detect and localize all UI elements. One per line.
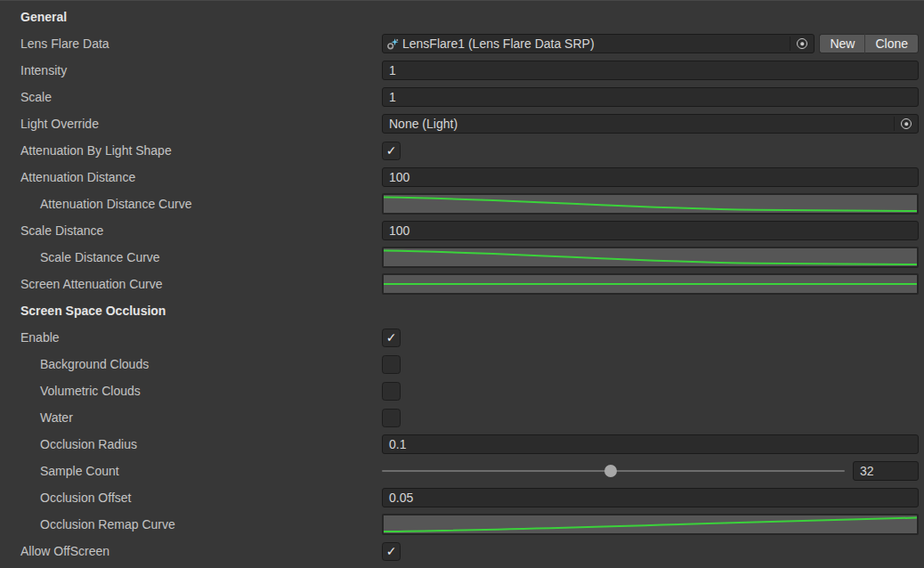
field-label-attenuation-distance: Attenuation Distance: [0, 170, 382, 184]
asset-icon-wrap: [386, 37, 400, 51]
field-label-scale-distance-curve: Scale Distance Curve: [0, 250, 382, 264]
row-attenuation-distance: Attenuation Distance100: [0, 164, 924, 191]
control-screen-attenuation-curve: [382, 271, 919, 297]
row-attenuation-distance-curve: Attenuation Distance Curve: [0, 191, 924, 217]
field-label-light-override: Light Override: [0, 117, 382, 131]
control-light-override: None (Light): [382, 110, 919, 137]
checkmark-icon: ✓: [386, 545, 397, 557]
checkbox-attenuation-by-light-shape[interactable]: ✓: [382, 142, 401, 160]
control-occlusion-remap-curve: [382, 511, 919, 538]
clone-button[interactable]: Clone: [864, 34, 919, 53]
row-light-override: Light OverrideNone (Light): [0, 110, 924, 137]
object-picker-icon: [901, 118, 912, 129]
row-scale-distance-curve: Scale Distance Curve: [0, 244, 924, 271]
row-allow-offscreen: Allow OffScreen✓: [0, 538, 924, 564]
text-input-intensity[interactable]: 1: [382, 61, 919, 80]
control-lens-flare-data: LensFlare1 (Lens Flare Data SRP)NewClone: [382, 30, 919, 57]
new-button[interactable]: New: [819, 34, 864, 53]
field-label-screen-attenuation-curve: Screen Attenuation Curve: [0, 277, 382, 291]
curve-preview-ease-up: [384, 515, 917, 533]
text-input-occlusion-radius[interactable]: 0.1: [382, 434, 919, 454]
slider-sample-count[interactable]: [382, 458, 845, 484]
text-input-occlusion-offset[interactable]: 0.05: [382, 488, 919, 507]
row-general: General: [0, 4, 924, 30]
control-attenuation-by-light-shape: ✓: [382, 137, 919, 164]
field-label-lens-flare-data: Lens Flare Data: [0, 37, 382, 51]
row-screen-space-occlusion: Screen Space Occlusion: [0, 297, 924, 324]
field-label-occlusion-radius: Occlusion Radius: [0, 437, 382, 451]
row-scale: Scale1: [0, 84, 924, 110]
field-label-scale-distance: Scale Distance: [0, 223, 382, 238]
object-field-lens-flare-data[interactable]: LensFlare1 (Lens Flare Data SRP): [382, 34, 815, 53]
object-picker-icon: [797, 38, 807, 49]
row-background-clouds: Background Clouds: [0, 351, 924, 377]
curve-preview-flat: [384, 275, 917, 293]
field-label-water: Water: [0, 410, 382, 425]
curve-field-attenuation-distance-curve[interactable]: [382, 193, 919, 215]
field-label-sample-count: Sample Count: [0, 464, 382, 478]
checkmark-icon: ✓: [386, 144, 397, 157]
object-field-value: None (Light): [389, 117, 894, 131]
row-enable: Enable✓: [0, 324, 924, 351]
object-picker-button-light-override[interactable]: [895, 115, 918, 133]
curve-field-occlusion-remap-curve[interactable]: [382, 514, 919, 535]
curve-field-scale-distance-curve[interactable]: [382, 247, 919, 268]
control-occlusion-radius: 0.1: [382, 431, 919, 458]
control-enable: ✓: [382, 324, 919, 351]
row-intensity: Intensity1: [0, 57, 924, 84]
object-field-light-override[interactable]: None (Light): [382, 114, 919, 134]
inspector-panel: GeneralLens Flare DataLensFlare1 (Lens F…: [0, 0, 924, 568]
control-scale: 1: [382, 84, 919, 110]
curve-preview-ease-down: [384, 248, 917, 266]
field-label-allow-offscreen: Allow OffScreen: [0, 544, 382, 558]
checkbox-allow-offscreen[interactable]: ✓: [382, 542, 401, 561]
slider-value-input-sample-count[interactable]: 32: [853, 461, 919, 481]
checkbox-volumetric-clouds[interactable]: [382, 382, 401, 401]
row-attenuation-by-light-shape: Attenuation By Light Shape✓: [0, 137, 924, 164]
field-label-enable: Enable: [0, 330, 382, 345]
control-attenuation-distance-curve: [382, 191, 919, 217]
field-label-attenuation-distance-curve: Attenuation Distance Curve: [0, 197, 382, 211]
control-water: [382, 404, 919, 431]
field-label-attenuation-by-light-shape: Attenuation By Light Shape: [0, 143, 382, 158]
checkmark-icon: ✓: [386, 331, 397, 344]
control-sample-count: 32: [382, 458, 919, 484]
text-input-attenuation-distance[interactable]: 100: [382, 167, 919, 187]
control-allow-offscreen: ✓: [382, 538, 919, 564]
field-label-background-clouds: Background Clouds: [0, 357, 382, 371]
control-attenuation-distance: 100: [382, 164, 919, 191]
text-input-scale[interactable]: 1: [382, 87, 919, 107]
section-header-general: General: [0, 10, 382, 24]
curve-preview-ease-down: [384, 195, 917, 213]
field-label-volumetric-clouds: Volumetric Clouds: [0, 384, 382, 398]
object-picker-button-lens-flare-data[interactable]: [790, 35, 814, 53]
control-background-clouds: [382, 351, 919, 377]
object-field-value: LensFlare1 (Lens Flare Data SRP): [402, 37, 790, 51]
field-label-occlusion-remap-curve: Occlusion Remap Curve: [0, 517, 382, 531]
checkbox-water[interactable]: [382, 409, 401, 427]
row-occlusion-remap-curve: Occlusion Remap Curve: [0, 511, 924, 538]
row-occlusion-offset: Occlusion Offset0.05: [0, 484, 924, 511]
section-header-screen-space-occlusion: Screen Space Occlusion: [0, 304, 382, 318]
field-label-intensity: Intensity: [0, 63, 382, 77]
checkbox-enable[interactable]: ✓: [382, 329, 401, 347]
field-label-scale: Scale: [0, 90, 382, 104]
checkbox-background-clouds[interactable]: [382, 355, 401, 374]
slider-handle[interactable]: [604, 465, 617, 477]
control-scale-distance-curve: [382, 244, 919, 271]
lens-flare-asset-icon: [386, 37, 400, 51]
control-scale-distance: 100: [382, 217, 919, 244]
row-sample-count: Sample Count32: [0, 458, 924, 484]
row-volumetric-clouds: Volumetric Clouds: [0, 377, 924, 404]
row-water: Water: [0, 404, 924, 431]
curve-field-screen-attenuation-curve[interactable]: [382, 273, 919, 295]
row-scale-distance: Scale Distance100: [0, 217, 924, 244]
control-occlusion-offset: 0.05: [382, 484, 919, 511]
control-intensity: 1: [382, 57, 919, 84]
field-label-occlusion-offset: Occlusion Offset: [0, 491, 382, 505]
row-occlusion-radius: Occlusion Radius0.1: [0, 431, 924, 458]
text-input-scale-distance[interactable]: 100: [382, 221, 919, 240]
control-volumetric-clouds: [382, 377, 919, 404]
object-buttons-lens-flare-data: NewClone: [819, 34, 919, 53]
row-screen-attenuation-curve: Screen Attenuation Curve: [0, 271, 924, 297]
